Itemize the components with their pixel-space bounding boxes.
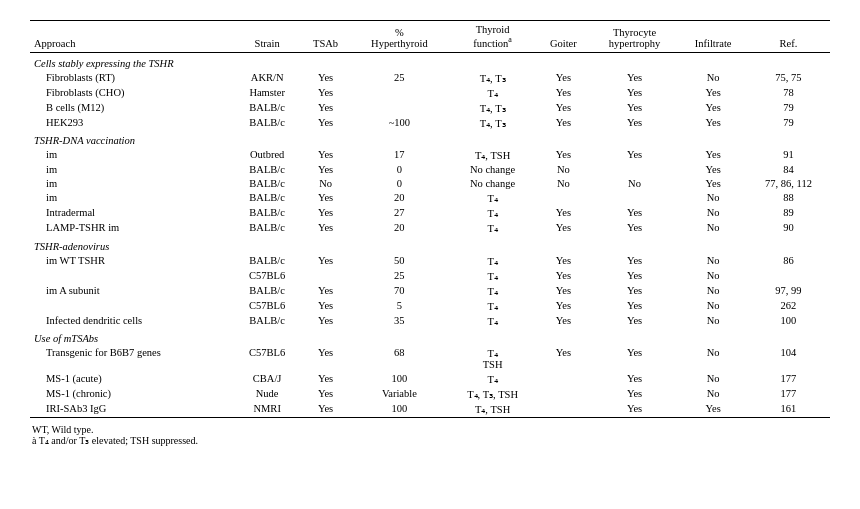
section-header-row: Cells stably expressing the TSHR <box>30 52 830 70</box>
table-cell: 161 <box>747 402 830 418</box>
table-cell: T₄ <box>448 85 537 100</box>
table-cell: T₄, T₃ <box>448 115 537 130</box>
table-cell: im <box>30 191 234 206</box>
table-cell: T₄TSH <box>448 346 537 372</box>
table-cell: im WT TSHR <box>30 253 234 268</box>
table-cell <box>351 100 449 115</box>
table-cell: BALB/c <box>234 253 301 268</box>
table-cell: T₄, TSH <box>448 402 537 418</box>
table-cell: NMRI <box>234 402 301 418</box>
table-row: C57BL6Yes5T₄YesYesNo262 <box>30 298 830 313</box>
table-cell: Yes <box>301 283 351 298</box>
table-cell: Yes <box>590 206 680 221</box>
col-goiter: Goiter <box>537 21 590 53</box>
table-row: im WT TSHRBALB/cYes50T₄YesYesNo86 <box>30 253 830 268</box>
table-cell: 91 <box>747 148 830 163</box>
table-cell: T₄, T₃, TSH <box>448 387 537 402</box>
table-cell: 68 <box>351 346 449 372</box>
footnote-text: WT, Wild type. <box>32 424 830 435</box>
table-cell: No <box>679 253 747 268</box>
table-cell: 77, 86, 112 <box>747 177 830 191</box>
table-cell <box>590 191 680 206</box>
table-cell: Fibroblasts (RT) <box>30 70 234 85</box>
col-thyrocyte: Thyrocytehypertrophy <box>590 21 680 53</box>
table-cell: Yes <box>301 206 351 221</box>
table-cell: BALB/c <box>234 163 301 177</box>
section-header-row: Use of mTSAbs <box>30 328 830 346</box>
table-cell <box>537 387 590 402</box>
table-cell: Transgenic for B6B7 genes <box>30 346 234 372</box>
table-row: MS-1 (chronic)NudeYesVariableT₄, T₃, TSH… <box>30 387 830 402</box>
table-cell <box>747 268 830 283</box>
table-cell: No <box>301 177 351 191</box>
table-cell: Yes <box>537 268 590 283</box>
table-cell: 262 <box>747 298 830 313</box>
table-cell: BALB/c <box>234 283 301 298</box>
table-cell: B cells (M12) <box>30 100 234 115</box>
table-cell: No <box>679 372 747 387</box>
table-cell: BALB/c <box>234 115 301 130</box>
table-cell: 100 <box>747 313 830 328</box>
table-cell: 20 <box>351 191 449 206</box>
table-cell: Yes <box>537 85 590 100</box>
table-cell: No <box>679 268 747 283</box>
table-cell: Yes <box>679 115 747 130</box>
table-row: HEK293BALB/cYes~100T₄, T₃YesYesYes79 <box>30 115 830 130</box>
table-cell: No <box>679 70 747 85</box>
table-row: Transgenic for B6B7 genesC57BL6Yes68T₄TS… <box>30 346 830 372</box>
table-row: Fibroblasts (RT)AKR/NYes25T₄, T₃YesYesNo… <box>30 70 830 85</box>
table-cell: C57BL6 <box>234 298 301 313</box>
col-approach: Approach <box>30 21 234 53</box>
table-cell: Yes <box>537 206 590 221</box>
table-cell: BALB/c <box>234 191 301 206</box>
table-cell: Yes <box>590 402 680 418</box>
table-cell: Variable <box>351 387 449 402</box>
table-cell: 79 <box>747 100 830 115</box>
table-cell: AKR/N <box>234 70 301 85</box>
table-cell <box>30 268 234 283</box>
col-ref: Ref. <box>747 21 830 53</box>
table-cell: ~100 <box>351 115 449 130</box>
table-cell: Yes <box>301 100 351 115</box>
table-cell: T₄ <box>448 268 537 283</box>
table-cell: Yes <box>537 298 590 313</box>
footnote-text: à T₄ and/or T₃ elevated; TSH suppressed. <box>32 435 830 446</box>
table-cell: CBA/J <box>234 372 301 387</box>
table-cell: BALB/c <box>234 100 301 115</box>
table-cell: No <box>537 163 590 177</box>
table-cell: BALB/c <box>234 177 301 191</box>
table-cell: No <box>679 206 747 221</box>
table-cell: Yes <box>590 85 680 100</box>
table-cell: im A subunit <box>30 283 234 298</box>
table-cell: No <box>679 387 747 402</box>
table-cell: Yes <box>537 346 590 372</box>
table-cell: T₄ <box>448 283 537 298</box>
table-cell: T₄ <box>448 313 537 328</box>
table-cell: Yes <box>537 100 590 115</box>
table-cell: Yes <box>590 346 680 372</box>
section-header-row: TSHR-adenovirus <box>30 236 830 254</box>
table-cell: Yes <box>590 372 680 387</box>
table-cell: 104 <box>747 346 830 372</box>
table-cell: 79 <box>747 115 830 130</box>
table-cell: Yes <box>537 283 590 298</box>
table-cell: Yes <box>537 253 590 268</box>
table-cell: BALB/c <box>234 313 301 328</box>
table-cell: Yes <box>537 70 590 85</box>
table-cell: Yes <box>679 148 747 163</box>
table-cell: LAMP-TSHR im <box>30 221 234 236</box>
table-row: im A subunitBALB/cYes70T₄YesYesNo97, 99 <box>30 283 830 298</box>
table-row: C57BL625T₄YesYesNo <box>30 268 830 283</box>
table-cell: Hamster <box>234 85 301 100</box>
table-cell: 20 <box>351 221 449 236</box>
table-row: imBALB/cYes0No changeNoYes84 <box>30 163 830 177</box>
table-cell: 25 <box>351 268 449 283</box>
table-cell: Yes <box>301 387 351 402</box>
table-cell: Yes <box>679 402 747 418</box>
table-cell <box>537 372 590 387</box>
table-row: IntradermalBALB/cYes27T₄YesYesNo89 <box>30 206 830 221</box>
table-cell: T₄, T₃ <box>448 70 537 85</box>
table-cell: im <box>30 148 234 163</box>
table-cell: 100 <box>351 402 449 418</box>
table-cell: 25 <box>351 70 449 85</box>
